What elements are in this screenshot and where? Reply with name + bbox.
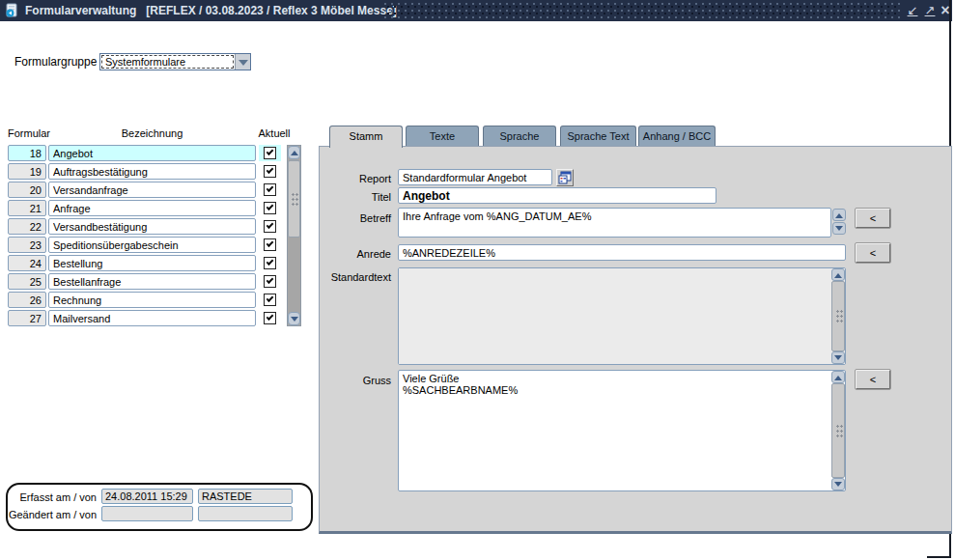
- table-row[interactable]: [0, 182, 309, 198]
- bezeichnung-input[interactable]: [48, 145, 256, 161]
- geaendert-label: Geändert am / von: [5, 509, 97, 520]
- list-scrollbar[interactable]: [287, 145, 301, 326]
- app-icon: [4, 3, 19, 18]
- formular-number-input[interactable]: [8, 237, 46, 253]
- gruss-textarea[interactable]: Viele Grüße %SACHBEARBNAME%: [399, 371, 845, 490]
- scrollbar-thumb[interactable]: [831, 383, 845, 478]
- triangle-up-icon: [834, 273, 842, 278]
- formular-number-input[interactable]: [8, 310, 46, 326]
- grip-dots-icon: [292, 193, 298, 207]
- column-header-formular: Formular: [8, 127, 54, 139]
- close-window-icon[interactable]: ×: [937, 0, 954, 21]
- betreff-label: Betreff: [322, 212, 391, 224]
- table-row[interactable]: [0, 292, 309, 308]
- column-header-aktuell: Aktuell: [253, 127, 295, 139]
- formular-number-input[interactable]: [8, 292, 46, 308]
- aktuell-cell: [259, 218, 281, 235]
- aktuell-checkbox[interactable]: [264, 183, 276, 196]
- check-icon: [267, 148, 274, 155]
- erfasst-label: Erfasst am / von: [5, 491, 97, 503]
- bezeichnung-input[interactable]: [48, 255, 256, 271]
- formular-number-input[interactable]: [8, 163, 46, 180]
- scroll-down-icon[interactable]: [832, 222, 846, 235]
- scroll-up-icon[interactable]: [832, 209, 846, 221]
- table-row[interactable]: [0, 255, 309, 271]
- table-row[interactable]: [0, 218, 309, 235]
- aktuell-checkbox[interactable]: [264, 147, 276, 159]
- scroll-down-icon[interactable]: [831, 351, 845, 364]
- formular-number-input[interactable]: [8, 255, 46, 271]
- bezeichnung-input[interactable]: [48, 310, 256, 326]
- scroll-down-icon[interactable]: [288, 312, 300, 325]
- aktuell-cell: [259, 237, 281, 253]
- aktuell-checkbox[interactable]: [264, 275, 276, 288]
- titel-input[interactable]: [398, 187, 716, 204]
- aktuell-checkbox[interactable]: [264, 312, 276, 324]
- gruss-scrollbar[interactable]: [831, 371, 845, 490]
- geaendert-datum-field: [101, 506, 193, 521]
- table-row[interactable]: [0, 163, 309, 180]
- standardtext-scrollbar[interactable]: [831, 268, 845, 364]
- betreff-transfer-button[interactable]: <: [856, 209, 890, 228]
- tab-sprache[interactable]: Sprache: [483, 126, 556, 147]
- formulargruppe-dropdown[interactable]: Systemformulare: [99, 53, 251, 70]
- formulargruppe-label: Formulargruppe: [14, 55, 97, 69]
- report-lookup-button[interactable]: [556, 169, 574, 186]
- tab-texte[interactable]: Texte: [406, 126, 479, 147]
- anrede-transfer-button[interactable]: <: [856, 243, 890, 263]
- bezeichnung-input[interactable]: [48, 200, 256, 216]
- bezeichnung-input[interactable]: [48, 163, 256, 180]
- bezeichnung-input[interactable]: [48, 237, 256, 253]
- scroll-up-icon[interactable]: [831, 371, 845, 383]
- bezeichnung-input[interactable]: [48, 273, 256, 290]
- aktuell-checkbox[interactable]: [264, 238, 276, 251]
- aktuell-checkbox[interactable]: [264, 165, 276, 178]
- scrollbar-thumb[interactable]: [288, 160, 300, 238]
- aktuell-checkbox[interactable]: [264, 220, 276, 233]
- formular-number-input[interactable]: [8, 218, 46, 235]
- report-label: Report: [322, 173, 391, 184]
- table-row[interactable]: [0, 200, 309, 216]
- column-header-bezeichnung: Bezeichnung: [48, 127, 256, 139]
- bezeichnung-input[interactable]: [48, 182, 256, 198]
- tab-sprache-text[interactable]: Sprache Text: [560, 126, 636, 147]
- betreff-mini-scrollbar[interactable]: [832, 209, 846, 237]
- lookup-window-icon: [558, 171, 572, 184]
- table-row[interactable]: [0, 273, 309, 290]
- formular-number-input[interactable]: [8, 200, 46, 216]
- report-input[interactable]: [398, 169, 552, 185]
- scroll-up-icon[interactable]: [288, 146, 300, 159]
- table-row[interactable]: [0, 237, 309, 253]
- table-row[interactable]: [0, 145, 309, 161]
- tab-stamm[interactable]: Stamm: [329, 126, 403, 148]
- bezeichnung-input[interactable]: [48, 218, 256, 235]
- window-border-corner: [927, 556, 951, 558]
- anrede-input[interactable]: [398, 244, 846, 261]
- check-icon: [267, 239, 274, 247]
- dropdown-button[interactable]: [235, 54, 250, 70]
- table-row[interactable]: [0, 310, 309, 326]
- aktuell-checkbox[interactable]: [264, 257, 276, 269]
- formulargruppe-value: Systemformulare: [101, 55, 234, 69]
- scrollbar-thumb[interactable]: [831, 281, 845, 351]
- formular-number-input[interactable]: [8, 145, 46, 161]
- gruss-transfer-button[interactable]: <: [856, 370, 890, 389]
- restore-window-icon[interactable]: ↙: [904, 0, 921, 21]
- formular-number-input[interactable]: [8, 273, 46, 290]
- scroll-down-icon[interactable]: [831, 478, 845, 490]
- check-icon: [267, 203, 274, 210]
- betreff-textarea[interactable]: Ihre Anfrage vom %ANG_DATUM_AE%: [399, 209, 830, 237]
- aktuell-checkbox[interactable]: [264, 202, 276, 214]
- formular-number-input[interactable]: [8, 182, 46, 198]
- aktuell-cell: [259, 145, 281, 161]
- triangle-up-icon: [835, 213, 843, 218]
- tab-anhang-bcc[interactable]: Anhang / BCC: [638, 126, 716, 147]
- standardtext-textarea[interactable]: [399, 268, 845, 364]
- scroll-up-icon[interactable]: [831, 268, 845, 281]
- bezeichnung-input[interactable]: [48, 292, 256, 308]
- window-subtitle: [REFLEX / 03.08.2023 / Reflex 3 Möbel Me…: [146, 4, 396, 17]
- gruss-field-frame: Viele Grüße %SACHBEARBNAME%: [398, 370, 846, 491]
- standardtext-label: Standardtext: [322, 271, 391, 283]
- aktuell-checkbox[interactable]: [264, 294, 276, 306]
- aktuell-cell: [259, 255, 281, 271]
